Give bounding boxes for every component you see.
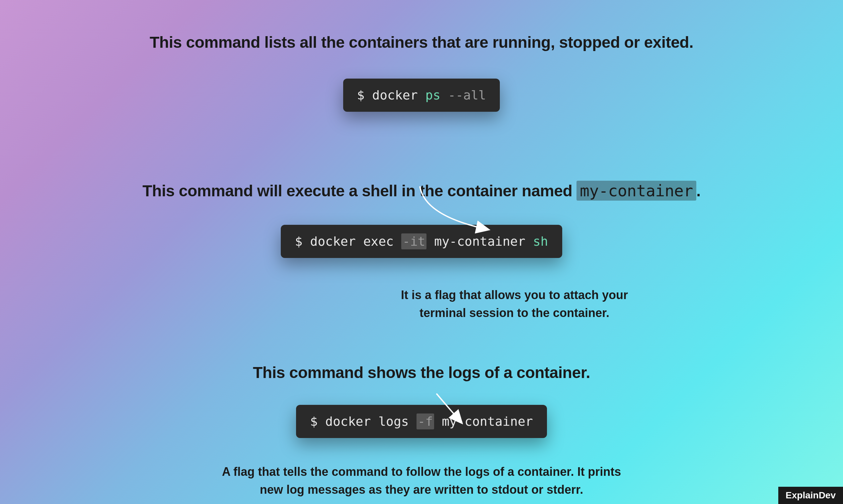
heading-docker-logs: This command shows the logs of a contain… — [253, 363, 590, 382]
code-token: ps — [425, 88, 448, 103]
code-token: sh — [533, 234, 548, 249]
prompt: $ — [357, 88, 372, 103]
code-token: docker — [325, 414, 378, 429]
code-block-docker-ps: $ docker ps --all — [343, 78, 500, 112]
annotation-it-flag: It is a flag that allows you to attach y… — [388, 286, 640, 322]
prompt: $ — [310, 414, 325, 429]
watermark-badge: ExplainDev — [778, 487, 843, 504]
code-token: my-container — [434, 414, 533, 429]
prompt: $ — [295, 234, 310, 249]
code-block-docker-logs: $ docker logs -f my-container — [296, 405, 547, 438]
code-token-highlight: -f — [416, 413, 434, 429]
section-docker-ps: This command lists all the containers th… — [0, 0, 843, 112]
heading-inline-code: my-container — [577, 181, 696, 201]
code-token-highlight: -it — [401, 233, 427, 249]
code-token: docker — [310, 234, 363, 249]
code-block-docker-exec: $ docker exec -it my-container sh — [281, 225, 562, 258]
heading-docker-exec: This command will execute a shell in the… — [142, 181, 700, 200]
heading-text: . — [696, 182, 701, 200]
section-docker-exec: This command will execute a shell in the… — [0, 112, 843, 322]
code-token: --all — [448, 88, 486, 103]
heading-text: This command will execute a shell in the… — [142, 182, 577, 200]
section-docker-logs: This command shows the logs of a contain… — [0, 322, 843, 499]
heading-docker-ps: This command lists all the containers th… — [150, 33, 693, 51]
code-token: my-container — [427, 234, 533, 249]
code-token: logs — [378, 414, 416, 429]
annotation-f-flag: A flag that tells the command to follow … — [209, 463, 634, 499]
code-token: exec — [363, 234, 401, 249]
code-token: docker — [372, 88, 425, 103]
